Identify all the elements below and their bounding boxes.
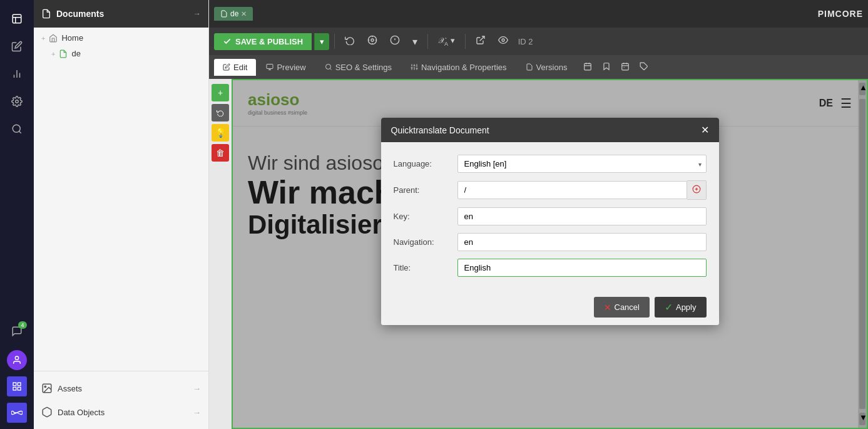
tab-close-btn[interactable]: ✕ (241, 10, 247, 18)
modal-overlay: Quicktranslate Document ✕ Language: Engl… (233, 80, 867, 428)
key-row: Key: (394, 207, 707, 225)
tree-label-home: Home (61, 33, 83, 43)
sidebar-icon-infinity[interactable] (7, 403, 27, 423)
svg-line-31 (330, 68, 331, 70)
title-input[interactable] (457, 259, 707, 277)
svg-point-26 (502, 39, 504, 41)
navigation-input[interactable] (457, 233, 707, 251)
toolbar-translate-btn[interactable]: 𝒳A ▾ (433, 32, 460, 51)
toolbar-preview-btn[interactable] (493, 31, 513, 51)
svg-rect-41 (585, 63, 591, 70)
tab-preview-label: Preview (277, 63, 305, 72)
svg-point-15 (44, 386, 46, 387)
tab-file-icon (220, 10, 228, 18)
save-check-icon (223, 37, 232, 46)
assets-nav-item[interactable]: Assets → (34, 376, 208, 400)
sidebar: 4 (0, 0, 34, 429)
sidebar-icon-documents[interactable] (4, 6, 29, 31)
bulb-btn[interactable]: 💡 (212, 124, 229, 142)
tab-preview[interactable]: Preview (257, 59, 314, 76)
svg-point-17 (371, 39, 374, 41)
toolbar-sep-1 (334, 34, 335, 49)
tab-seo[interactable]: SEO & Settings (316, 59, 401, 76)
calendar-btn[interactable] (580, 59, 596, 75)
svg-point-6 (16, 100, 19, 103)
tab-navigation[interactable]: Navigation & Properties (402, 59, 516, 76)
edit-tabs-bar: Edit Preview SEO & Settings Navigation &… (209, 55, 868, 79)
save-publish-button[interactable]: SAVE & PUBLISH (214, 33, 312, 50)
key-label: Key: (394, 212, 450, 221)
save-publish-dropdown-btn[interactable]: ▾ (314, 33, 329, 50)
sidebar-icon-search[interactable] (4, 116, 29, 142)
key-input[interactable] (457, 207, 707, 225)
sidebar-icon-chart[interactable] (4, 61, 29, 86)
page-preview: ‹ asioso digital business #simple DE ☰ W… (232, 79, 868, 429)
tree-label-de: de (71, 49, 80, 58)
modal-body: Language: English [en] ▾ Parent: (381, 142, 719, 289)
svg-line-25 (479, 36, 484, 41)
svg-point-30 (325, 65, 330, 70)
data-objects-label: Data Objects (58, 408, 105, 417)
delete-block-btn[interactable]: 🗑 (212, 144, 229, 162)
quicktranslate-modal: Quicktranslate Document ✕ Language: Engl… (381, 118, 719, 325)
svg-rect-10 (13, 383, 16, 386)
main-area: de ✕ PIMCORE SAVE & PUBLISH ▾ ▾ 𝒳A ▾ (209, 0, 868, 429)
sidebar-icon-grid[interactable] (7, 376, 27, 396)
parent-row: Parent: (394, 180, 707, 200)
toolbar-info-btn[interactable] (385, 31, 405, 51)
language-select[interactable]: English [en] (457, 155, 707, 173)
apply-label: Apply (676, 302, 697, 312)
data-objects-nav-item[interactable]: Data Objects → (34, 400, 208, 424)
tab-nav-label: Navigation & Properties (421, 63, 507, 72)
assets-icon (41, 383, 53, 394)
de-tab[interactable]: de ✕ (214, 7, 253, 21)
tab-versions-label: Versions (536, 63, 568, 72)
left-tools: + 💡 🗑 (209, 79, 232, 167)
tab-label: de (230, 9, 238, 18)
cancel-icon: ✕ (604, 302, 611, 313)
schedule-btn[interactable] (617, 59, 633, 75)
toolbar-open-btn[interactable] (471, 31, 491, 51)
svg-rect-27 (267, 65, 273, 69)
sidebar-icon-chat[interactable]: 4 (4, 319, 29, 344)
parent-picker-btn[interactable] (687, 180, 707, 200)
data-objects-icon (41, 406, 53, 418)
apply-button[interactable]: ✓ Apply (655, 297, 707, 318)
preview-tab-icon (266, 63, 273, 71)
save-publish-label: SAVE & PUBLISH (235, 37, 303, 46)
parent-picker-icon (692, 185, 701, 194)
parent-label: Parent: (394, 185, 450, 195)
language-select-wrapper: English [en] ▾ (457, 155, 707, 173)
file-tree-body: + Home + de (34, 28, 208, 371)
refresh-block-btn[interactable] (212, 104, 229, 121)
cancel-button[interactable]: ✕ Cancel (594, 297, 650, 318)
toolbar-refresh-btn[interactable] (340, 31, 360, 51)
apply-check-icon: ✓ (665, 301, 673, 313)
sidebar-icon-settings[interactable] (4, 89, 29, 114)
toolbar-sep-2 (427, 34, 428, 49)
modal-header: Quicktranslate Document ✕ (381, 118, 719, 142)
toolbar-target-btn[interactable] (362, 31, 382, 51)
tree-item-de[interactable]: + de (34, 46, 208, 61)
sidebar-icon-edit[interactable] (4, 34, 29, 59)
modal-close-btn[interactable]: ✕ (701, 124, 709, 136)
parent-input[interactable] (457, 181, 687, 199)
file-tree-bottom: Assets → Data Objects → (34, 371, 208, 429)
language-label: Language: (394, 159, 450, 168)
data-objects-arrow: → (193, 408, 201, 417)
add-block-btn[interactable]: + (212, 84, 229, 101)
tag-btn[interactable] (636, 59, 652, 75)
nav-tab-icon (411, 63, 418, 71)
tab-versions[interactable]: Versions (517, 59, 576, 76)
tree-item-home[interactable]: + Home (34, 30, 208, 46)
svg-rect-13 (13, 387, 16, 390)
title-label: Title: (394, 263, 450, 272)
toolbar-more-btn[interactable]: ▾ (407, 32, 422, 51)
file-tree-arrow: → (193, 9, 201, 18)
tab-seo-label: SEO & Settings (335, 63, 392, 72)
sidebar-icon-user[interactable] (7, 350, 27, 370)
bookmark-btn[interactable] (598, 59, 615, 75)
de-file-icon (59, 49, 68, 58)
tab-edit[interactable]: Edit (214, 59, 256, 76)
svg-point-7 (13, 125, 20, 132)
